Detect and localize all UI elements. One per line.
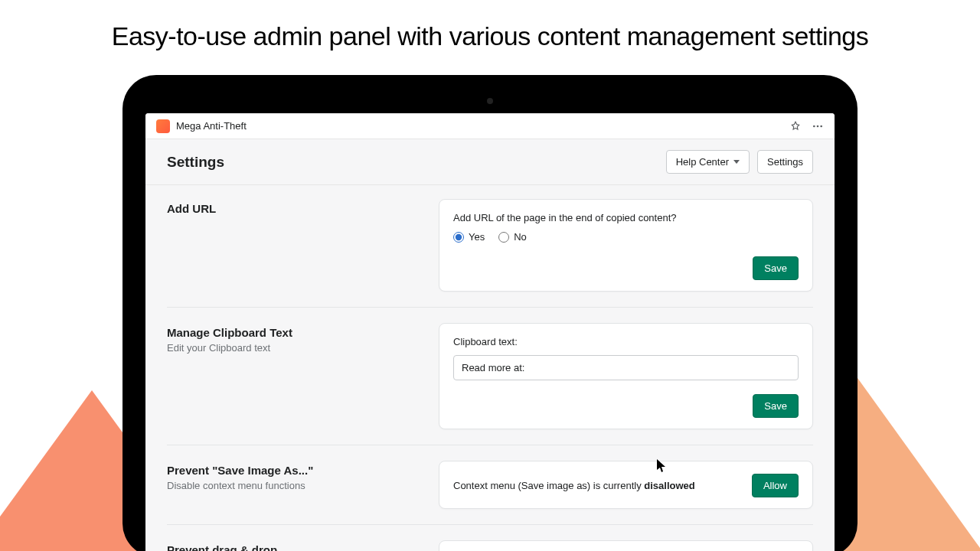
section-subtitle: Edit your Clipboard text [167, 342, 439, 354]
section-title: Manage Clipboard Text [167, 326, 439, 339]
app-name: Mega Anti-Theft [176, 120, 247, 132]
settings-body: Add URL Add URL of the page in the end o… [145, 185, 835, 551]
page-title: Settings [167, 154, 224, 171]
section-title: Add URL [167, 202, 439, 215]
svg-point-1 [817, 125, 819, 127]
radio-no-label: No [514, 231, 527, 243]
clipboard-field-label: Clipboard text: [453, 336, 799, 347]
section-title: Prevent drag & drop [167, 543, 439, 551]
section-title: Prevent "Save Image As..." [167, 464, 439, 477]
app-logo-icon [156, 119, 170, 133]
section-add-url: Add URL Add URL of the page in the end o… [167, 199, 813, 308]
settings-button[interactable]: Settings [757, 150, 813, 174]
section-subtitle: Disable context menu functions [167, 480, 439, 491]
radio-yes[interactable]: Yes [453, 231, 485, 243]
more-icon[interactable] [812, 120, 824, 132]
status-prefix: Context menu (Save image as) is currentl… [453, 480, 644, 491]
radio-yes-label: Yes [469, 231, 485, 243]
card-add-url: Add URL of the page in the end of copied… [439, 199, 813, 292]
card-save-image: Context menu (Save image as) is currentl… [439, 461, 813, 509]
save-button[interactable]: Save [753, 256, 799, 280]
add-url-question: Add URL of the page in the end of copied… [453, 212, 799, 223]
chevron-down-icon [733, 160, 740, 164]
section-clipboard: Manage Clipboard Text Edit your Clipboar… [167, 323, 813, 445]
save-button[interactable]: Save [753, 394, 799, 418]
svg-point-2 [820, 125, 822, 127]
page-header: Settings Help Center Settings [145, 139, 835, 185]
help-center-label: Help Center [676, 156, 729, 168]
help-center-button[interactable]: Help Center [666, 150, 750, 174]
app-bar: Mega Anti-Theft [145, 113, 835, 139]
save-image-status: Context menu (Save image as) is currentl… [453, 480, 695, 491]
allow-button[interactable]: Allow [752, 474, 799, 497]
section-save-image: Prevent "Save Image As..." Disable conte… [167, 461, 813, 525]
laptop-frame: Mega Anti-Theft Settings Help Center Set… [122, 75, 858, 551]
radio-no[interactable]: No [498, 231, 527, 243]
svg-point-0 [813, 125, 815, 127]
status-value: disallowed [644, 480, 694, 491]
app-screen: Mega Anti-Theft Settings Help Center Set… [145, 113, 835, 551]
hero-title: Easy-to-use admin panel with various con… [0, 0, 980, 51]
radio-no-input[interactable] [498, 232, 509, 243]
section-drag-drop: Prevent drag & drop Disable drag & drop … [167, 540, 813, 551]
radio-yes-input[interactable] [453, 232, 464, 243]
card-clipboard: Clipboard text: Save [439, 323, 813, 429]
pin-icon[interactable] [790, 121, 801, 132]
card-drag-drop: Drag'n'drop is currently disallowed Allo… [439, 540, 813, 551]
clipboard-text-input[interactable] [453, 355, 799, 380]
